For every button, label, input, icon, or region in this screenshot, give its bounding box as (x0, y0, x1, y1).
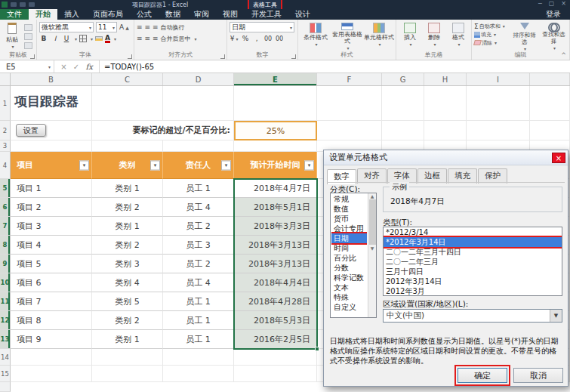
empty-cell[interactable] (467, 121, 530, 140)
table-row-cell[interactable]: 类别 2 (92, 236, 163, 255)
table-row-cell[interactable]: 2018年5月3日 (234, 311, 317, 330)
type-item[interactable]: 三月十四日 (384, 267, 562, 276)
format-as-table-button[interactable]: 套用表格格式 ▾ (332, 22, 362, 51)
table-row-cell[interactable]: 项目 7 (11, 292, 92, 311)
increase-decimal-button[interactable]: 00 (263, 34, 273, 44)
empty-cell[interactable] (163, 140, 234, 152)
table-row-cell[interactable]: 员工 1 (163, 330, 234, 349)
align-left-icon[interactable]: ≡ (137, 35, 143, 42)
active-cell-e5[interactable]: 2018年4月7日 (234, 179, 317, 198)
empty-cell[interactable] (424, 121, 467, 140)
empty-cell[interactable] (467, 86, 530, 121)
type-item[interactable]: 2012年3月14日 (384, 276, 562, 286)
table-row-cell[interactable]: 项目 2 (11, 198, 92, 217)
chevron-down-icon[interactable]: ▾ (75, 36, 77, 42)
table-row-cell[interactable]: 2018年3月13日 (234, 255, 317, 273)
tab-formulas[interactable]: 公式 (130, 9, 159, 20)
cell-title[interactable]: 项目跟踪器 (11, 86, 92, 121)
dialog-launcher-icon[interactable] (291, 54, 296, 59)
table-row-cell[interactable]: 2018年4月4日 (234, 273, 317, 292)
minimize-icon[interactable]: ─ (538, 0, 542, 7)
empty-cell[interactable] (92, 140, 163, 152)
align-bottom-icon[interactable]: ≡ (153, 23, 159, 31)
type-item[interactable]: 2012年3月 (384, 286, 562, 296)
number-format-combo[interactable]: 日期 ▾ (230, 22, 294, 32)
table-row-cell[interactable]: 2018年5月1日 (234, 198, 317, 217)
empty-cell[interactable] (234, 140, 317, 152)
align-right-icon[interactable]: ≡ (153, 35, 159, 42)
dialog-launcher-icon[interactable] (30, 54, 35, 59)
table-row-cell[interactable]: 类别 2 (92, 311, 163, 330)
insert-cells-button[interactable]: 插入 ▾ (399, 22, 421, 51)
autosum-button[interactable]: Σ自动求和▾ (474, 22, 509, 30)
decrease-decimal-button[interactable]: 00 (275, 34, 284, 44)
row-header[interactable]: 2 (0, 121, 11, 140)
formula-input[interactable]: =TODAY()-65 (100, 60, 570, 73)
cancel-button[interactable]: 取消 (513, 368, 563, 383)
empty-cell[interactable] (317, 86, 382, 121)
type-item[interactable]: 二〇一二年三月 (384, 257, 562, 267)
row-header[interactable]: 10 (0, 273, 11, 292)
dialog-tab-font[interactable]: 字体 (387, 168, 417, 184)
empty-cell[interactable] (11, 349, 92, 366)
align-top-icon[interactable]: ≡ (137, 23, 143, 31)
undo-icon[interactable] (20, 2, 26, 7)
comma-style-button[interactable]: , (252, 34, 261, 44)
row-header[interactable]: 13 (0, 330, 11, 349)
table-row-cell[interactable]: 2018年3月3日 (234, 217, 317, 236)
table-row-cell[interactable]: 员工 2 (163, 217, 234, 236)
empty-cell[interactable] (234, 366, 317, 382)
cell-settings[interactable]: 设置 (11, 121, 92, 140)
row-header[interactable]: 3 (0, 140, 11, 152)
row-header[interactable]: 15 (0, 366, 11, 382)
row-header[interactable]: 5 (0, 179, 11, 198)
confirm-entry-icon[interactable]: ✓ (73, 63, 79, 71)
empty-cell[interactable] (92, 86, 163, 121)
signin-button[interactable]: 登录 (546, 9, 570, 20)
table-row-cell[interactable]: 类别 5 (92, 292, 163, 311)
maximize-icon[interactable]: ▢ (549, 0, 555, 7)
column-header-i[interactable]: I (467, 73, 530, 85)
empty-cell[interactable] (163, 366, 234, 382)
italic-button[interactable]: I (51, 34, 60, 44)
empty-cell[interactable] (11, 366, 92, 382)
select-all-corner[interactable] (0, 73, 11, 85)
borders-icon[interactable] (79, 35, 87, 42)
table-row-cell[interactable]: 2018年4月28日 (234, 292, 317, 311)
wrap-text-button[interactable]: 自动换行 (161, 23, 185, 32)
fill-color-icon[interactable] (95, 36, 103, 41)
scroll-down-icon[interactable]: ▼ (371, 245, 374, 251)
column-header-b[interactable]: B (11, 73, 92, 85)
tab-page-layout[interactable]: 页面布局 (86, 9, 130, 20)
close-icon[interactable]: × (561, 0, 566, 7)
category-item[interactable]: 时间 (331, 243, 367, 253)
table-row-cell[interactable]: 项目 4 (11, 236, 92, 255)
dialog-titlebar[interactable]: 设置单元格格式 (324, 150, 568, 165)
type-item[interactable]: 二〇一二年三月十四日 (384, 247, 562, 257)
dialog-launcher-icon[interactable] (128, 54, 132, 59)
category-item[interactable]: 特殊 (331, 292, 367, 302)
table-row-cell[interactable]: 类别 2 (92, 198, 163, 217)
chevron-down-icon[interactable]: ▼ (550, 310, 562, 322)
dialog-tab-fill[interactable]: 填充 (448, 168, 477, 184)
ok-button[interactable]: 确定 (458, 368, 507, 383)
empty-cell[interactable] (163, 349, 234, 366)
row-header[interactable]: 1 (0, 86, 11, 121)
tab-developer[interactable]: 开发工具 (245, 9, 288, 20)
empty-cell[interactable] (163, 86, 234, 121)
table-row-cell[interactable]: 员工 2 (163, 255, 234, 273)
dialog-launcher-icon[interactable] (220, 54, 225, 59)
table-row-cell[interactable]: 类别 1 (92, 217, 163, 236)
empty-cell[interactable] (382, 86, 424, 121)
category-item[interactable]: 常规 (331, 194, 367, 204)
table-header-category[interactable]: 类别 ▾ (92, 152, 163, 179)
table-row-cell[interactable]: 员工 1 (163, 311, 234, 330)
category-item[interactable]: 百分比 (331, 253, 367, 263)
category-item[interactable]: 自定义 (331, 302, 367, 312)
locale-dropdown[interactable]: 中文(中国) ▼ (383, 309, 562, 323)
font-name-combo[interactable]: 微软雅黑 ▾ (39, 22, 94, 32)
table-row-cell[interactable]: 项目 6 (11, 273, 92, 292)
tab-insert[interactable]: 插入 (57, 9, 86, 20)
clear-button[interactable]: 清除▾ (474, 39, 509, 47)
underline-button[interactable]: U (62, 34, 71, 44)
